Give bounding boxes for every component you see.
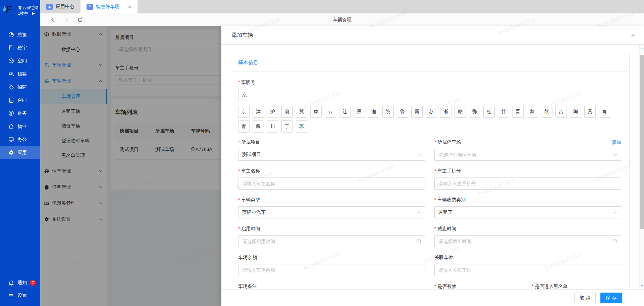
sidebar-item-settings[interactable]: 设置 bbox=[0, 289, 40, 302]
linked-spot-field: 关联车位 bbox=[434, 255, 621, 276]
province-button[interactable]: 辽 bbox=[339, 106, 351, 118]
scroll-down-icon[interactable]: ▼ bbox=[640, 283, 644, 288]
province-button[interactable]: 黑 bbox=[354, 106, 365, 118]
province-button[interactable]: 鲁 bbox=[397, 106, 408, 118]
linked-spot-input[interactable] bbox=[438, 267, 617, 273]
balance-input[interactable] bbox=[242, 267, 421, 273]
province-button[interactable]: 吉 bbox=[555, 106, 567, 118]
end-time-input[interactable] bbox=[438, 239, 612, 244]
province-button[interactable]: 贵 bbox=[584, 106, 596, 118]
add-lot-link[interactable]: 添加 bbox=[612, 140, 621, 146]
project-label: 所属项目 bbox=[238, 139, 425, 146]
basic-info-section-title: 基本信息 bbox=[230, 54, 629, 71]
province-button[interactable]: 甘 bbox=[498, 106, 509, 118]
drawer-scrollbar[interactable]: ▲ ▼ bbox=[639, 45, 644, 289]
province-button[interactable]: 闽 bbox=[570, 106, 581, 118]
end-time-picker[interactable] bbox=[434, 235, 621, 247]
caret-right-icon[interactable]: ▶ bbox=[32, 11, 35, 16]
parking-tab-icon: P bbox=[87, 4, 93, 10]
vehicle-type-label: 车辆类型 bbox=[238, 197, 425, 204]
drawer-footer: 取 消 保 存 bbox=[221, 289, 644, 306]
save-button[interactable]: 保 存 bbox=[600, 293, 622, 303]
sidebar-item-space[interactable]: 空间 bbox=[0, 54, 40, 67]
project-field: 所属项目 测试项目 bbox=[238, 139, 425, 161]
lot-select[interactable] bbox=[434, 149, 621, 161]
menu-lines-icon bbox=[8, 293, 14, 299]
owner-phone-input[interactable] bbox=[438, 181, 617, 186]
sidebar-item-finance[interactable]: 财务 bbox=[0, 107, 40, 120]
province-button[interactable]: 冀 bbox=[296, 106, 307, 118]
province-button[interactable]: 陕 bbox=[541, 106, 552, 118]
vehicle-type-select[interactable]: 蓝牌小汽车 bbox=[238, 206, 425, 218]
forward-icon bbox=[64, 17, 69, 22]
province-button[interactable]: 晋 bbox=[512, 106, 524, 118]
project-select[interactable]: 测试项目 bbox=[238, 149, 425, 161]
sidebar-item-property[interactable]: 物业 bbox=[0, 120, 40, 133]
sidebar-item-overview[interactable]: 总览 bbox=[0, 28, 40, 41]
province-button[interactable]: 川 bbox=[267, 120, 278, 133]
province-button[interactable]: 宁 bbox=[281, 120, 293, 133]
refresh-button[interactable] bbox=[76, 16, 84, 23]
document-icon bbox=[8, 97, 14, 103]
province-button[interactable]: 新 bbox=[411, 106, 423, 118]
monitor-icon bbox=[8, 137, 14, 142]
scroll-up-icon[interactable]: ▲ bbox=[640, 46, 644, 51]
province-button[interactable]: 赣 bbox=[454, 106, 466, 118]
close-icon[interactable]: ✕ bbox=[629, 32, 637, 39]
sidebar-item-tenant[interactable]: 租客 bbox=[0, 67, 40, 81]
province-button[interactable]: 琼 bbox=[296, 120, 307, 133]
province-button[interactable]: 津 bbox=[253, 106, 264, 118]
sidebar-item-apps[interactable]: 应用 bbox=[0, 146, 40, 159]
end-time-label: 截止时间 bbox=[434, 226, 621, 233]
brand-name: 青云智慧园 bbox=[18, 5, 38, 11]
owner-field: 车主名称 bbox=[238, 168, 425, 190]
tab-smart-parking[interactable]: P 智慧停车场 ✕ bbox=[80, 0, 138, 13]
primary-nav: 总览 楼宇 空间 租客 招商 合同 bbox=[0, 28, 40, 159]
drawer-body: 基本信息 车牌号 京 津 沪 渝 bbox=[221, 45, 639, 289]
sidebar-bottom: 通知 7 设置 bbox=[0, 276, 40, 302]
sidebar-item-building[interactable]: 楼宇 bbox=[0, 41, 40, 54]
brand-area[interactable]: F 青云智慧园 1楼宇▶ bbox=[0, 0, 40, 21]
province-button[interactable]: 沪 bbox=[267, 106, 278, 118]
workspace: 数据管理 数据中心 车场管理 车辆管理 车辆管理 月租车辆 储值车辆 登记临时车… bbox=[40, 26, 644, 306]
province-button[interactable]: 京 bbox=[238, 106, 250, 118]
lot-select-input[interactable] bbox=[438, 152, 613, 157]
province-button[interactable]: 豫 bbox=[310, 106, 322, 118]
province-button[interactable]: 粤 bbox=[599, 106, 610, 118]
province-button[interactable]: 藏 bbox=[253, 120, 264, 133]
start-time-input[interactable] bbox=[242, 239, 416, 244]
chevron-down-icon bbox=[417, 154, 421, 156]
balance-label: 车辆余额 bbox=[238, 255, 425, 261]
valid-label: 是否有效 bbox=[434, 284, 532, 289]
cancel-button[interactable]: 取 消 bbox=[574, 293, 596, 303]
brand-building: 1楼宇 bbox=[18, 11, 28, 16]
sidebar-item-notifications[interactable]: 通知 7 bbox=[0, 276, 40, 289]
province-button[interactable]: 云 bbox=[325, 106, 336, 118]
sidebar-item-investment[interactable]: 招商 bbox=[0, 81, 40, 94]
owner-input[interactable] bbox=[242, 181, 421, 186]
forward-button[interactable] bbox=[63, 16, 70, 23]
province-button[interactable]: 浙 bbox=[440, 106, 451, 118]
start-time-picker[interactable] bbox=[238, 235, 425, 247]
province-button[interactable]: 皖 bbox=[382, 106, 394, 118]
sidebar-item-office[interactable]: 办公 bbox=[0, 133, 40, 146]
drawer-header: 添加车辆 ✕ bbox=[221, 26, 644, 45]
fee-category-select[interactable]: 月租车 bbox=[434, 206, 621, 218]
home-icon bbox=[8, 123, 14, 129]
province-button[interactable]: 渝 bbox=[281, 106, 293, 118]
sidebar-item-contract[interactable]: 合同 bbox=[0, 94, 40, 107]
tab-app-center[interactable]: ◈ 应用中心 bbox=[40, 0, 80, 13]
province-button[interactable]: 苏 bbox=[426, 106, 437, 118]
tab-bar: ◈ 应用中心 P 智慧停车场 ✕ bbox=[40, 0, 644, 13]
province-button[interactable]: 鄂 bbox=[469, 106, 480, 118]
back-button[interactable] bbox=[49, 16, 56, 23]
yuan-circle-icon bbox=[8, 110, 14, 116]
drawer-title: 添加车辆 bbox=[231, 32, 253, 39]
province-button[interactable]: 湘 bbox=[368, 106, 379, 118]
tab-close-icon[interactable]: ✕ bbox=[128, 4, 131, 9]
scrollbar-thumb[interactable] bbox=[640, 55, 644, 229]
plate-input[interactable] bbox=[242, 92, 617, 98]
province-button[interactable]: 蒙 bbox=[527, 106, 538, 118]
province-button[interactable]: 桂 bbox=[483, 106, 495, 118]
province-button[interactable]: 青 bbox=[238, 120, 250, 133]
